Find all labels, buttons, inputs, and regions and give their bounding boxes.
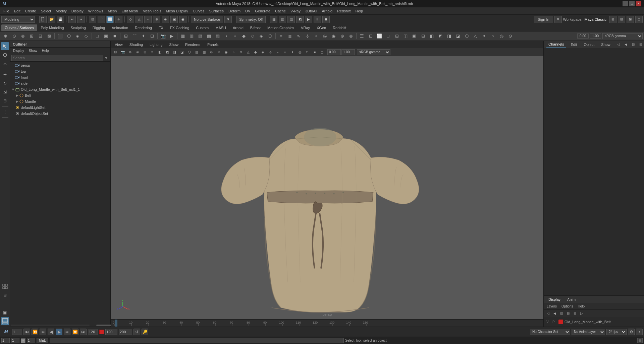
range-end-input[interactable]: [88, 329, 98, 335]
display-side-btn[interactable]: ▣: [1, 308, 9, 317]
misc-icon23[interactable]: △: [471, 32, 479, 40]
menu-arnold[interactable]: Arnold: [320, 8, 334, 14]
layer-nav5-btn[interactable]: ▷: [579, 311, 585, 317]
misc-icon7[interactable]: ◉: [329, 32, 337, 40]
menu-redshift[interactable]: Redshift: [335, 8, 353, 14]
ch-tab-show[interactable]: Show: [599, 42, 612, 47]
uv-icon11[interactable]: ⬡: [266, 32, 274, 40]
vp-tb26[interactable]: ◎: [297, 49, 303, 56]
outliner-hscrollbar[interactable]: [10, 324, 110, 327]
vp-tb11[interactable]: ⬡: [186, 49, 193, 56]
snap4-btn[interactable]: ⊕: [153, 16, 160, 23]
vp-tb19[interactable]: △: [245, 49, 252, 56]
redo-btn[interactable]: ↪: [77, 16, 85, 23]
misc-icon18[interactable]: ◧: [428, 32, 436, 40]
misc-icon16[interactable]: ▣: [410, 32, 418, 40]
tab-fx-caching[interactable]: FX Caching: [167, 24, 193, 31]
list-item[interactable]: defaultLightSet: [10, 105, 110, 111]
transform-sphere-icon[interactable]: ⬡: [65, 32, 73, 40]
open-file-btn[interactable]: 📂: [48, 16, 55, 23]
select-tool-btn[interactable]: ⊡: [89, 16, 96, 23]
vp-tb3[interactable]: ⊕: [127, 49, 133, 56]
render-cam-icon[interactable]: 📷: [159, 32, 167, 40]
tab-mash[interactable]: MASH: [212, 24, 229, 31]
expand-icon[interactable]: ▶: [15, 94, 19, 97]
select-hier-icon[interactable]: ⊗: [19, 32, 27, 40]
misc-icon19[interactable]: ◩: [436, 32, 444, 40]
search-options-btn[interactable]: ▼: [103, 55, 109, 61]
menu-curves[interactable]: Curves: [191, 8, 207, 14]
vp-tb13[interactable]: ▥: [201, 49, 207, 56]
render2-btn[interactable]: ◉: [179, 16, 186, 23]
close-btn[interactable]: ✕: [636, 1, 641, 6]
select-comp-icon[interactable]: ⊞: [28, 32, 36, 40]
layer-menu-help[interactable]: Help: [576, 304, 586, 308]
misc-icon3[interactable]: ∿: [294, 32, 303, 40]
pin-btn2[interactable]: ◀: [623, 41, 629, 48]
list-item[interactable]: persp: [10, 62, 110, 68]
menu-display[interactable]: Display: [69, 8, 86, 14]
top-right-btn2[interactable]: ⊟: [618, 16, 625, 23]
uv-icon5[interactable]: ▨: [214, 32, 222, 40]
vp-tb22[interactable]: ⊹: [267, 49, 274, 56]
vp-tab-show[interactable]: Show: [167, 42, 181, 47]
snap-curve-icon[interactable]: ⌒: [130, 32, 139, 40]
misc-icon8[interactable]: ⊕: [338, 32, 346, 40]
layer-menu-options[interactable]: Options: [560, 304, 575, 308]
display-grid-btn[interactable]: [1, 282, 9, 290]
render-icon3[interactable]: ◫: [287, 16, 295, 23]
menu-cache[interactable]: Cache: [273, 8, 288, 14]
tab-animation[interactable]: Animation: [108, 24, 131, 31]
snap2-btn[interactable]: △: [136, 16, 143, 23]
transform-bend-icon[interactable]: ◈: [73, 32, 82, 40]
render1-btn[interactable]: ▣: [170, 16, 178, 23]
outliner-menu-show[interactable]: Show: [27, 49, 39, 53]
timeline-options-btn[interactable]: ⚙: [628, 329, 635, 335]
loop-btn[interactable]: ↺: [133, 329, 140, 335]
prev-key-btn[interactable]: ⬅: [40, 329, 46, 335]
go-end-btn[interactable]: ⏭: [80, 329, 87, 335]
render-icon2[interactable]: ▥: [279, 16, 286, 23]
next-key-btn[interactable]: ➡: [64, 329, 70, 335]
vp-tb4[interactable]: ⊗: [134, 49, 141, 56]
tab-xgen[interactable]: XGen: [313, 24, 329, 31]
move-tool[interactable]: ✛: [1, 71, 9, 79]
misc-icon4[interactable]: ⊹: [303, 32, 311, 40]
vp-colorspace-select[interactable]: sRGB gamma: [357, 49, 390, 55]
misc-icon25[interactable]: ○: [489, 32, 497, 40]
new-file-btn[interactable]: [39, 16, 47, 23]
timeline-ruler[interactable]: 0 10 20 30 40 50 60 70: [111, 319, 543, 327]
render-icon4[interactable]: ◩: [296, 16, 304, 23]
uv-icon4[interactable]: ▩: [205, 32, 213, 40]
undo-btn[interactable]: ↩: [68, 16, 76, 23]
render-icon5[interactable]: ▶: [305, 16, 312, 23]
misc-icon27[interactable]: ⊙: [506, 32, 514, 40]
snap-point-icon[interactable]: ✦: [139, 32, 147, 40]
soft-select-tool[interactable]: ⋮: [1, 108, 9, 116]
snap-view-icon[interactable]: ⊡: [148, 32, 156, 40]
misc-icon14[interactable]: ⊞: [393, 32, 401, 40]
search-input[interactable]: [11, 55, 103, 61]
display-solid-icon[interactable]: ■: [111, 32, 119, 40]
misc-icon5[interactable]: ⌖: [312, 32, 320, 40]
menu-mesh-display[interactable]: Mesh Display: [164, 8, 190, 14]
vp-tb16[interactable]: ◉: [223, 49, 229, 56]
menu-mesh-tools[interactable]: Mesh Tools: [141, 8, 163, 14]
ch-tab-object[interactable]: Object: [582, 42, 596, 47]
display-quad-btn[interactable]: ⊞: [1, 291, 9, 299]
fps-select[interactable]: 24 fps: [606, 329, 627, 335]
mel-mode-btn[interactable]: MEL: [37, 338, 48, 343]
layer-tab-display[interactable]: Display: [546, 297, 562, 302]
top-right-btn1[interactable]: ⊞: [609, 16, 616, 23]
menu-edit[interactable]: Edit: [12, 8, 22, 14]
display-stacked-btn[interactable]: [1, 317, 9, 325]
character-set-select[interactable]: No Character Set: [530, 329, 570, 335]
vp-tab-shading[interactable]: Shading: [127, 42, 146, 47]
ch-tab-edit[interactable]: Edit: [569, 42, 579, 47]
render-icon7[interactable]: ⏹: [322, 16, 330, 23]
autokey-btn[interactable]: 🔑: [142, 329, 148, 335]
uv-icon9[interactable]: ◇: [249, 32, 257, 40]
list-item[interactable]: front: [10, 74, 110, 80]
layer-menu-layers[interactable]: Layers: [545, 304, 558, 308]
top-right-btn3[interactable]: ⊠: [627, 16, 634, 23]
